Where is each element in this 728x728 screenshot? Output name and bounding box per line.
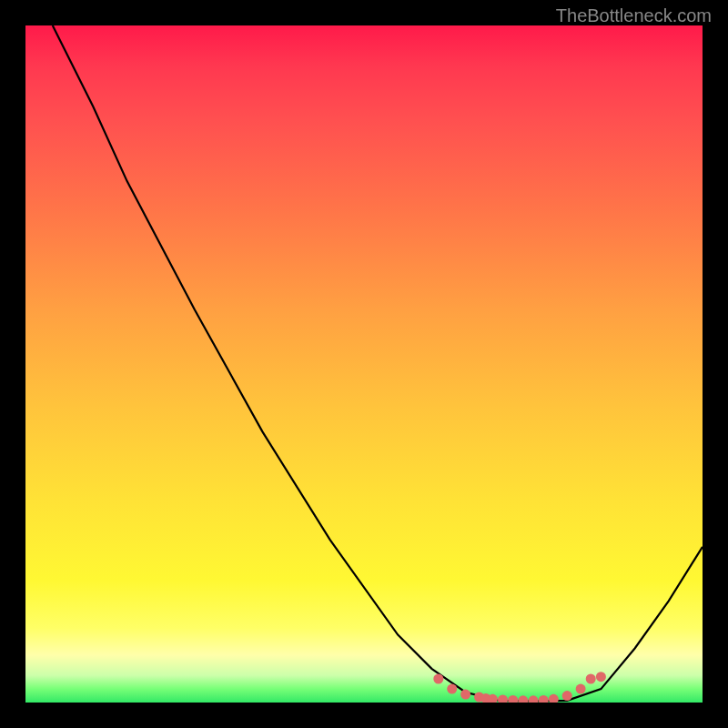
data-marker	[562, 691, 572, 701]
data-marker	[549, 694, 559, 703]
data-marker	[498, 695, 508, 703]
data-marker	[529, 695, 539, 703]
data-marker	[460, 690, 470, 700]
chart-svg	[25, 25, 703, 703]
data-marker	[539, 695, 549, 703]
data-marker	[576, 684, 586, 694]
data-marker	[596, 672, 606, 682]
data-marker	[508, 695, 518, 703]
data-marker	[586, 674, 596, 684]
bottleneck-curve-path	[53, 25, 703, 702]
chart-container	[25, 25, 703, 703]
data-marker	[433, 674, 443, 684]
watermark-text: TheBottleneck.com	[556, 5, 712, 26]
data-marker	[518, 695, 528, 703]
data-marker	[447, 684, 457, 694]
